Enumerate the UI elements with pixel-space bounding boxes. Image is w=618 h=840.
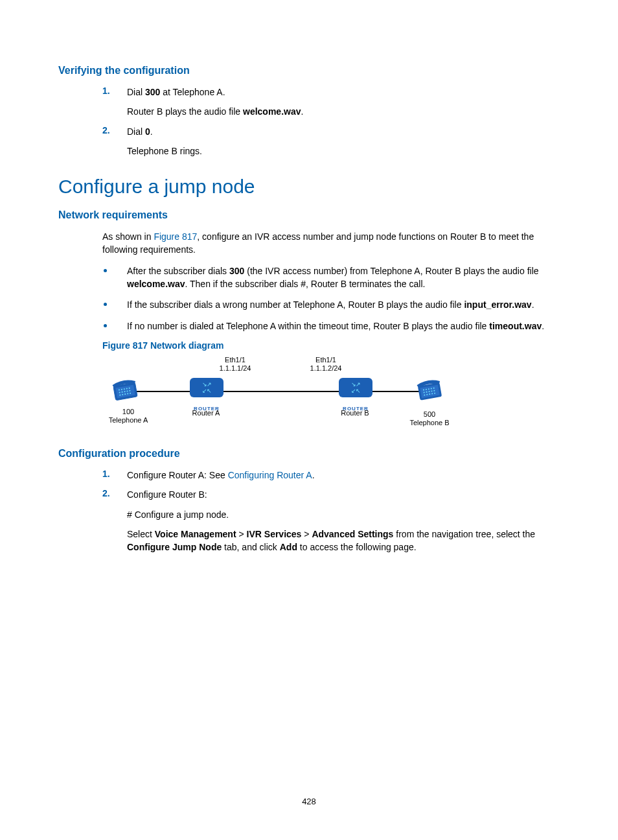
label-router-b: Router B (329, 409, 381, 417)
router-a-icon: ↘↗↙↖ ROUTER (190, 378, 223, 404)
bullet-item: If the subscriber dials a wrong number a… (102, 298, 560, 311)
link-configuring-router-a[interactable]: Configuring Router A (228, 470, 312, 480)
label-ip-b: 1.1.1.2/24 (300, 364, 352, 373)
text: (the IVR access number) from Telephone A… (244, 266, 538, 276)
text: > (301, 529, 312, 539)
heading-verifying: Verifying the configuration (58, 65, 560, 76)
bullet-item: After the subscriber dials 300 (the IVR … (102, 264, 560, 291)
figure-caption: Figure 817 Network diagram (102, 340, 560, 351)
text: If no number is dialed at Telephone A wi… (127, 321, 489, 331)
telephone-b-icon (413, 377, 446, 402)
verify-step-2: Dial 0. Telephone B rings. (102, 125, 560, 158)
text: . (542, 321, 544, 331)
text-bold: welcome.wav (127, 279, 185, 289)
text: Telephone B rings. (127, 145, 560, 158)
text: Router B plays the audio file (127, 106, 243, 117)
label-eth-b: Eth1/1 (300, 356, 352, 364)
label-router-a: Router A (180, 409, 232, 417)
text: Select (127, 529, 155, 539)
text: . Then if the subscriber dials #, Router… (185, 279, 426, 289)
text: at Telephone A. (160, 87, 225, 97)
text: Configure Router A: See (127, 470, 228, 480)
text-bold: input_error.wav (464, 299, 531, 310)
label-tel-a-num: 100 (102, 408, 154, 416)
text-bold: Configure Jump Node (127, 542, 222, 552)
heading-config-procedure: Configuration procedure (58, 448, 560, 460)
text: Dial (127, 87, 145, 97)
telephone-a-icon (109, 377, 141, 402)
text-bold: timeout.wav (489, 321, 542, 331)
network-diagram: Eth1/1 1.1.1.1/24 Eth1/1 1.1.1.2/24 (109, 356, 459, 432)
label-ip-a: 1.1.1.1/24 (209, 364, 261, 373)
heading-configure-jump-node: Configure a jump node (58, 176, 560, 198)
text-bold: 0 (145, 126, 150, 137)
text: . (532, 299, 534, 310)
text-bold: IVR Services (247, 529, 302, 539)
proc-step-2: Configure Router B: # Configure a jump n… (102, 488, 560, 554)
text-bold: welcome.wav (243, 106, 301, 117)
bullet-item: If no number is dialed at Telephone A wi… (102, 320, 560, 332)
label-tel-b: Telephone B (404, 419, 455, 427)
text: . (312, 470, 315, 480)
text: . (150, 126, 153, 137)
label-eth-a: Eth1/1 (209, 356, 261, 364)
paragraph: As shown in Figure 817, configure an IVR… (58, 230, 560, 257)
text-bold: 300 (145, 87, 160, 97)
proc-step-1: Configure Router A: See Configuring Rout… (102, 469, 560, 482)
heading-network-requirements: Network requirements (58, 209, 560, 221)
text: # Configure a jump node. (127, 508, 560, 521)
text: As shown in (102, 231, 154, 242)
text: to access the following page. (297, 542, 417, 552)
label-tel-a: Telephone A (102, 416, 154, 425)
text: If the subscriber dials a wrong number a… (127, 299, 464, 310)
text: Configure Router B: (127, 489, 207, 500)
text-bold: 300 (229, 266, 244, 276)
text: > (236, 529, 247, 539)
text-bold: Advanced Settings (312, 529, 393, 539)
router-b-icon: ↘↗↙↖ ROUTER (339, 378, 372, 404)
text: . (301, 106, 304, 117)
text-bold: Voice Management (155, 529, 236, 539)
page-number: 428 (0, 797, 618, 806)
text: tab, and click (222, 542, 280, 552)
label-tel-b-num: 500 (404, 410, 455, 419)
text: from the navigation tree, select the (393, 529, 535, 539)
text-bold: Add (280, 542, 297, 552)
link-figure-817[interactable]: Figure 817 (154, 231, 197, 242)
text: Dial (127, 126, 145, 137)
text: After the subscriber dials (127, 266, 229, 276)
verify-step-1: Dial 300 at Telephone A. Router B plays … (102, 86, 560, 119)
